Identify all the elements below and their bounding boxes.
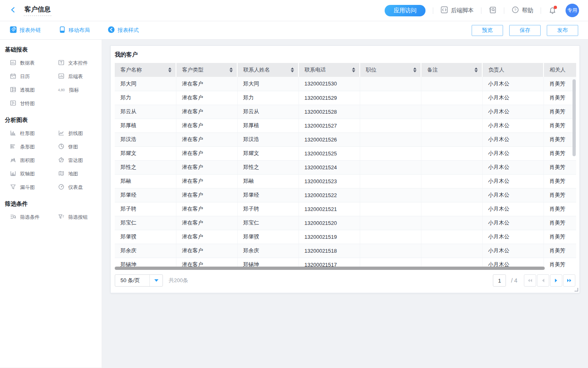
cell-related: 肖美芳 <box>543 119 576 132</box>
cell-phone: 13200021529 <box>298 91 360 105</box>
help-button[interactable]: ? 帮助 <box>512 6 533 15</box>
line-chart-icon <box>58 130 65 137</box>
cell-phone: 13200021528 <box>298 105 360 119</box>
column-header-contact[interactable]: 联系人姓名 <box>237 63 298 77</box>
resize-handle[interactable] <box>575 288 578 292</box>
cell-name: 郑耀文 <box>115 146 176 160</box>
divider <box>541 7 541 14</box>
table-row: 郑力 潜在客户 郑力 13200021529 小月木公 肖美芳 <box>115 91 576 105</box>
widget-label: 甘特图 <box>20 100 35 107</box>
sort-icon[interactable] <box>229 67 233 72</box>
cell-contact: 郑宝仁 <box>237 216 298 230</box>
chart-widgets: 柱形图 折线图 条形图 饼图 面积图 雷达图 <box>10 130 102 191</box>
column-header-type[interactable]: 客户类型 <box>176 63 237 77</box>
widget-dual-axis-chart[interactable]: 双轴图 <box>10 170 58 178</box>
horizontal-scrollbar[interactable] <box>115 267 545 270</box>
prev-page-button[interactable] <box>537 274 549 287</box>
cell-phone: 13200021519 <box>298 230 360 244</box>
table-widget-panel[interactable]: 我的客户 客户名称 客户类型 联系人姓名 联系电话 职位 <box>110 45 580 293</box>
gantt-icon <box>10 100 16 108</box>
section-title-charts: 分析图表 <box>5 117 102 124</box>
widget-metric[interactable]: 4,80 指标 <box>58 86 103 94</box>
widget-radar-chart[interactable]: 雷达图 <box>58 157 103 164</box>
widget-label: 折线图 <box>68 130 83 137</box>
pager: / 4 <box>493 274 575 287</box>
widget-bar-chart[interactable]: 条形图 <box>10 143 58 151</box>
report-canvas[interactable]: 我的客户 客户名称 客户类型 联系人姓名 联系电话 职位 <box>102 40 588 368</box>
cell-note <box>421 160 482 174</box>
column-header-note[interactable]: 备注 <box>421 63 482 77</box>
widget-filter-button[interactable]: 筛选按钮 <box>58 213 103 221</box>
notifications-button[interactable] <box>548 7 557 15</box>
page-size-select[interactable]: 50 条/页 <box>115 274 163 287</box>
widget-line-chart[interactable]: 折线图 <box>58 130 103 137</box>
save-button[interactable]: 保存 <box>509 25 541 36</box>
publish-button[interactable]: 发布 <box>547 25 578 36</box>
widget-label: 饼图 <box>68 144 78 150</box>
widget-text-control[interactable]: 文本控件 <box>58 59 103 67</box>
cell-note <box>421 119 482 132</box>
cell-note <box>421 230 482 244</box>
widget-gantt[interactable]: 甘特图 <box>10 100 58 108</box>
sort-icon[interactable] <box>352 67 355 72</box>
cell-related: 肖美芳 <box>543 132 576 146</box>
widget-filter-condition[interactable]: 筛选条件 <box>10 213 58 221</box>
backend-script-button[interactable]: 后端脚本 <box>441 6 474 15</box>
filter-condition-icon <box>10 213 16 221</box>
cell-type: 潜在客户 <box>176 188 237 202</box>
column-header-name[interactable]: 客户名称 <box>115 63 176 77</box>
table-row: 郑厚植 潜在客户 郑厚植 13200021527 小月木公 肖美芳 <box>115 119 576 132</box>
widget-map[interactable]: 地图 <box>58 170 103 178</box>
sort-icon[interactable] <box>413 67 416 72</box>
last-page-button[interactable] <box>563 274 575 287</box>
widget-area-chart[interactable]: 面积图 <box>10 157 58 164</box>
cell-owner: 小月木公 <box>482 202 543 216</box>
help-label: 帮助 <box>522 7 533 14</box>
area-chart-icon <box>10 157 16 164</box>
report-style-button[interactable]: 报表样式 <box>108 26 139 34</box>
widget-pivot[interactable]: 透视图 <box>10 86 58 94</box>
widget-column-chart[interactable]: 柱形图 <box>10 130 58 137</box>
sort-icon[interactable] <box>291 67 294 72</box>
page-number-input[interactable] <box>493 274 506 287</box>
report-style-label: 报表样式 <box>118 27 139 34</box>
cell-name: 郑余庆 <box>115 244 176 258</box>
widget-data-table[interactable]: 数据表 <box>10 59 58 67</box>
cell-owner: 小月木公 <box>482 119 543 132</box>
avatar[interactable]: 专用 <box>566 4 579 17</box>
svg-text:?: ? <box>514 7 516 12</box>
cell-contact: 郑子聘 <box>237 202 298 216</box>
next-page-button[interactable] <box>550 274 562 287</box>
log-button[interactable] <box>489 6 497 15</box>
back-button[interactable] <box>9 7 17 15</box>
dual-axis-icon <box>10 170 16 178</box>
app-access-button[interactable]: 应用访问 <box>385 5 425 16</box>
cell-note <box>421 132 482 146</box>
cell-phone: 13200021523 <box>298 174 360 188</box>
table-row: 郑宝仁 潜在客户 郑宝仁 13200021520 小月木公 肖美芳 <box>115 216 576 230</box>
cell-type: 潜在客户 <box>176 91 237 105</box>
column-header-phone[interactable]: 联系电话 <box>298 63 360 77</box>
cell-owner: 小月木公 <box>482 105 543 119</box>
sort-icon[interactable] <box>168 67 172 72</box>
vertical-scrollbar[interactable] <box>572 79 576 156</box>
sort-icon[interactable] <box>474 67 478 72</box>
widget-funnel-chart[interactable]: 漏斗图 <box>10 184 58 191</box>
cell-contact: 郑肇经 <box>237 188 298 202</box>
widget-calendar[interactable]: 日历 <box>10 73 58 81</box>
report-external-link-label: 报表外链 <box>20 27 41 34</box>
preview-button[interactable]: 预览 <box>472 25 503 36</box>
backend-script-label: 后端脚本 <box>451 7 474 14</box>
page-title[interactable]: 客户信息 <box>24 5 51 16</box>
cell-phone: 13200021522 <box>298 188 360 202</box>
first-page-button[interactable] <box>524 274 536 287</box>
mobile-layout-button[interactable]: 移动布局 <box>59 26 90 34</box>
column-header-title[interactable]: 职位 <box>360 63 421 77</box>
column-header-related: 相关人 <box>543 63 576 77</box>
widget-pie-chart[interactable]: 饼图 <box>58 143 103 151</box>
cell-contact: 郑汉浩 <box>237 132 298 146</box>
widget-label: 地图 <box>68 171 78 177</box>
report-external-link-button[interactable]: 报表外链 <box>10 26 41 34</box>
widget-backend-table[interactable]: 后端表 <box>58 73 103 81</box>
widget-gauge[interactable]: 仪表盘 <box>58 184 103 191</box>
